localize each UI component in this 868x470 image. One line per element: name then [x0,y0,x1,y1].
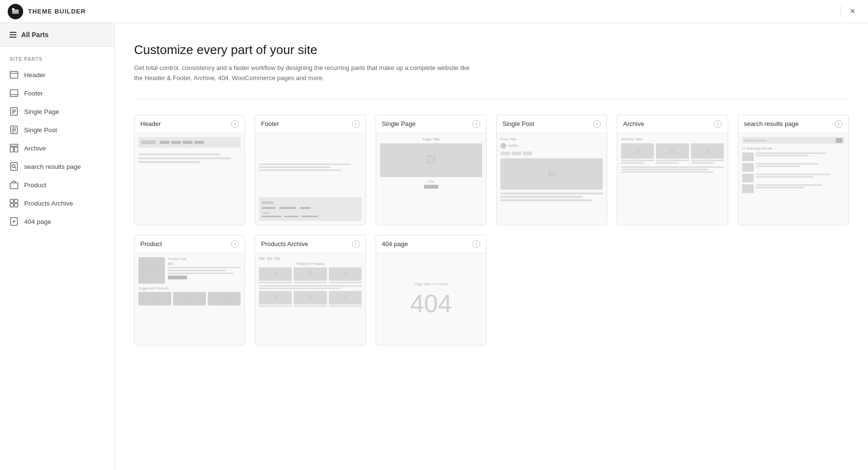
search-query-text: Search anything... [744,139,767,142]
sidebar-item-archive[interactable]: Archive [0,139,114,157]
page-description: Get total control, consistency and a fas… [134,63,472,83]
svg-rect-18 [10,147,14,152]
arch-img-3: 🖼 [705,148,710,153]
card-product-info[interactable]: i [231,240,239,248]
svg-rect-27 [14,204,18,207]
card-header[interactable]: Header i [134,115,245,225]
sidebar-item-single-page[interactable]: Single Page [0,102,114,121]
author-label: Author [508,144,518,147]
svg-rect-24 [10,199,14,203]
sidebar-item-footer-label: Footer [24,90,43,97]
card-header-info[interactable]: i [231,120,239,128]
sidebar-item-single-page-label: Single Page [24,108,59,115]
sidebar-item-404[interactable]: 404 page [0,212,114,231]
card-product-title: Product [140,240,162,248]
product-price-text: $35 [168,262,241,265]
svg-line-22 [15,167,16,169]
product-main-image-icon: 🖼 [149,266,155,274]
svg-rect-17 [10,144,18,146]
single-page-icon [10,107,18,116]
card-single-page-preview: Page Title 🖼 CTA [376,133,486,225]
main-content: Customize every part of your site Get to… [115,23,868,470]
featured-products-text: Featured Products [259,262,361,265]
search-count-text: 12 Matching Results [742,147,844,150]
404-number: 404 [410,291,452,316]
card-search-results-bar: search results page i [738,115,848,133]
card-single-post[interactable]: Single Post i Post Title Author [496,115,607,225]
card-header-bar: Header i [135,115,244,133]
card-archive[interactable]: Archive i Archive Title 🖼 🖼 [617,115,728,225]
footer-icon [10,89,18,97]
svg-point-21 [12,165,15,167]
card-product-preview: 🖼 Product Title $35 Suggested Products [135,253,244,345]
card-search-results-info[interactable]: i [835,120,842,128]
card-single-post-info[interactable]: i [593,120,601,128]
card-search-results-preview: Search anything... 12 Matching Results [738,133,848,225]
sidebar-item-all-parts[interactable]: All Parts [0,23,114,47]
arch-img-2: 🖼 [670,148,675,153]
svg-rect-26 [10,204,14,207]
sidebar-item-footer[interactable]: Footer [0,84,114,102]
sidebar: All Parts SITE PARTS Header Footer [0,23,115,470]
image-placeholder-icon: 🖼 [426,154,436,166]
sidebar-item-search-results-label: search results page [24,163,81,170]
sidebar-item-search-results[interactable]: search results page [0,157,114,176]
cards-row-1: Header i [134,115,849,225]
close-button[interactable]: × [845,4,860,19]
card-single-post-bar: Single Post i [497,115,607,133]
topbar-divider [841,6,841,17]
svg-rect-25 [14,199,18,203]
404-icon [10,217,18,226]
svg-rect-1 [12,11,19,12]
svg-rect-2 [12,13,19,14]
card-footer-preview: Logo [255,133,365,225]
page-title: Customize every part of your site [134,42,849,57]
svg-rect-19 [14,147,18,152]
sidebar-section-label: SITE PARTS [0,47,114,66]
card-single-page-info[interactable]: i [473,120,480,128]
content-divider [134,99,849,99]
sidebar-item-header[interactable]: Header [0,66,114,84]
single-page-cta-text: CTA [428,180,434,183]
card-single-page[interactable]: Single Page i Page Title 🖼 CTA [376,115,487,225]
card-single-post-preview: Post Title Author 🖼 [497,133,607,225]
product-title-text: Product Title [168,257,241,261]
not-found-text: Page was not found [414,282,448,286]
card-footer-info[interactable]: i [352,120,360,128]
app-logo [8,4,23,19]
svg-rect-20 [11,163,17,170]
card-product[interactable]: Product i 🖼 Product Title $35 [134,235,245,346]
suggested-products-text: Suggested Products [138,287,241,290]
sidebar-item-404-label: 404 page [24,218,51,225]
card-404-bar: 404 page i [376,235,486,253]
sidebar-item-single-post[interactable]: Single Post [0,121,114,139]
card-404[interactable]: 404 page i Page was not found 404 [376,235,487,346]
svg-rect-4 [10,71,18,78]
card-product-bar: Product i [135,235,244,253]
sidebar-item-archive-label: Archive [24,145,46,152]
card-products-archive[interactable]: Products Archive i Featured Products 🖼 [255,235,366,346]
card-single-post-title: Single Post [502,120,534,127]
card-header-title: Header [140,120,161,127]
sidebar-item-products-archive[interactable]: Products Archive [0,194,114,212]
arch-img-1: 🖼 [635,148,640,153]
hamburger-icon [10,32,16,38]
sidebar-item-header-label: Header [24,71,45,79]
header-icon [10,70,18,79]
card-archive-info[interactable]: i [714,120,722,128]
card-products-archive-info[interactable]: i [352,240,360,248]
svg-rect-23 [10,183,18,189]
sidebar-item-product-label: Product [24,181,47,189]
single-post-icon [10,125,18,134]
card-footer-title: Footer [261,120,279,127]
card-404-info[interactable]: i [473,240,480,248]
card-footer[interactable]: Footer i [255,115,366,225]
archive-title-text: Archive Title [621,137,723,141]
card-search-results[interactable]: search results page i Search anything...… [738,115,849,225]
sidebar-item-product[interactable]: Product [0,176,114,194]
card-archive-preview: Archive Title 🖼 🖼 🖼 [617,133,727,225]
svg-rect-3 [12,8,14,11]
all-parts-label: All Parts [21,31,49,39]
card-header-preview [135,133,244,225]
single-page-title-text: Page Title [380,137,482,141]
